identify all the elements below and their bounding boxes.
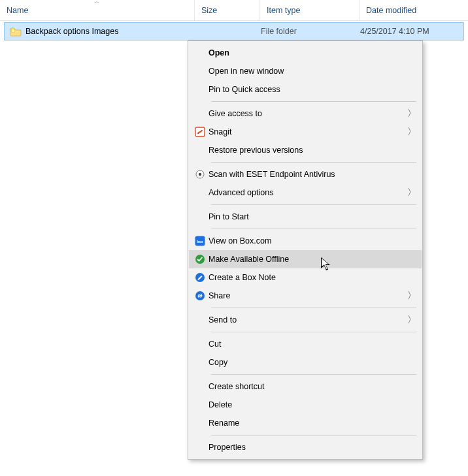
menu-give-access-to-label: Give access to bbox=[209, 109, 406, 118]
chevron-right-icon: 〉 bbox=[406, 126, 416, 138]
menu-rename-label: Rename bbox=[209, 419, 416, 428]
menu-pin-quick-access[interactable]: Pin to Quick access bbox=[189, 80, 422, 99]
menu-rename[interactable]: Rename bbox=[189, 414, 422, 432]
menu-scan-eset[interactable]: Scan with ESET Endpoint Antivirus bbox=[189, 165, 422, 183]
menu-pin-to-start[interactable]: Pin to Start bbox=[189, 208, 422, 226]
column-header-name-label: Name bbox=[7, 6, 28, 15]
box-logo-icon: box bbox=[192, 236, 209, 246]
menu-send-to[interactable]: Send to 〉 bbox=[189, 311, 422, 329]
menu-separator bbox=[211, 162, 416, 163]
menu-delete-label: Delete bbox=[209, 400, 416, 409]
menu-separator bbox=[211, 332, 416, 332]
chevron-right-icon: 〉 bbox=[406, 314, 416, 326]
menu-advanced-options-label: Advanced options bbox=[209, 188, 406, 197]
column-header-type[interactable]: Item type bbox=[260, 0, 359, 20]
menu-cut-label: Cut bbox=[209, 340, 416, 349]
menu-snagit-label: Snagit bbox=[209, 127, 406, 136]
menu-restore-previous[interactable]: Restore previous versions bbox=[189, 141, 422, 159]
chevron-right-icon: 〉 bbox=[406, 290, 416, 302]
menu-open-label: Open bbox=[209, 48, 416, 57]
menu-snagit[interactable]: Snagit 〉 bbox=[189, 123, 422, 141]
menu-give-access-to[interactable]: Give access to 〉 bbox=[189, 104, 422, 123]
menu-share-label: Share bbox=[209, 291, 406, 300]
menu-properties[interactable]: Properties bbox=[189, 438, 422, 456]
svg-text:box: box bbox=[197, 239, 204, 244]
sort-ascending-icon: ︿ bbox=[94, 0, 100, 6]
menu-separator bbox=[211, 308, 416, 308]
table-row[interactable]: Backpack options Images File folder 4/25… bbox=[4, 22, 464, 40]
chevron-right-icon: 〉 bbox=[406, 187, 416, 198]
menu-separator bbox=[211, 101, 416, 102]
menu-share[interactable]: Share 〉 bbox=[189, 287, 422, 305]
menu-separator bbox=[211, 204, 416, 205]
column-header-date[interactable]: Date modified bbox=[359, 0, 468, 20]
menu-pin-to-start-label: Pin to Start bbox=[209, 212, 416, 221]
svg-point-4 bbox=[199, 173, 201, 176]
column-header-size[interactable]: Size bbox=[195, 0, 260, 20]
menu-view-on-box[interactable]: box View on Box.com bbox=[189, 232, 422, 250]
eset-icon bbox=[192, 170, 209, 179]
chevron-right-icon: 〉 bbox=[406, 108, 416, 119]
file-date: 4/25/2017 4:10 PM bbox=[358, 27, 463, 36]
menu-open-new-window-label: Open in new window bbox=[209, 67, 416, 76]
column-header-date-label: Date modified bbox=[366, 6, 416, 15]
file-name: Backpack options Images bbox=[25, 27, 118, 36]
menu-separator bbox=[211, 374, 416, 375]
box-note-icon bbox=[192, 272, 209, 283]
context-menu: Open Open in new window Pin to Quick acc… bbox=[188, 40, 423, 460]
menu-open-new-window[interactable]: Open in new window bbox=[189, 62, 422, 80]
menu-create-shortcut[interactable]: Create shortcut bbox=[189, 377, 422, 396]
column-header-size-label: Size bbox=[201, 6, 217, 15]
menu-view-on-box-label: View on Box.com bbox=[209, 236, 416, 246]
menu-create-shortcut-label: Create shortcut bbox=[209, 382, 416, 391]
menu-make-available-offline[interactable]: Make Available Offline bbox=[189, 250, 422, 268]
file-type: File folder bbox=[258, 27, 358, 36]
menu-open[interactable]: Open bbox=[189, 44, 422, 62]
menu-create-box-note[interactable]: Create a Box Note bbox=[189, 268, 422, 287]
menu-separator bbox=[211, 229, 416, 229]
menu-create-box-note-label: Create a Box Note bbox=[209, 273, 416, 282]
menu-copy-label: Copy bbox=[209, 358, 416, 367]
check-circle-icon bbox=[192, 254, 209, 264]
menu-scan-eset-label: Scan with ESET Endpoint Antivirus bbox=[209, 170, 416, 179]
column-header-type-label: Item type bbox=[267, 6, 300, 15]
menu-properties-label: Properties bbox=[209, 443, 416, 452]
folder-icon bbox=[10, 26, 22, 37]
menu-send-to-label: Send to bbox=[209, 315, 406, 325]
column-header-row: Name ︿ Size Item type Date modified bbox=[0, 0, 468, 21]
menu-separator bbox=[211, 435, 416, 436]
svg-point-1 bbox=[11, 29, 15, 33]
snagit-icon bbox=[192, 127, 209, 137]
menu-make-available-offline-label: Make Available Offline bbox=[209, 255, 416, 264]
menu-restore-previous-label: Restore previous versions bbox=[209, 146, 416, 155]
link-icon bbox=[192, 291, 209, 301]
menu-pin-quick-access-label: Pin to Quick access bbox=[209, 85, 416, 94]
menu-copy[interactable]: Copy bbox=[189, 353, 422, 372]
menu-delete[interactable]: Delete bbox=[189, 396, 422, 414]
column-header-name[interactable]: Name ︿ bbox=[0, 0, 195, 20]
menu-advanced-options[interactable]: Advanced options 〉 bbox=[189, 183, 422, 202]
menu-cut[interactable]: Cut bbox=[189, 335, 422, 353]
